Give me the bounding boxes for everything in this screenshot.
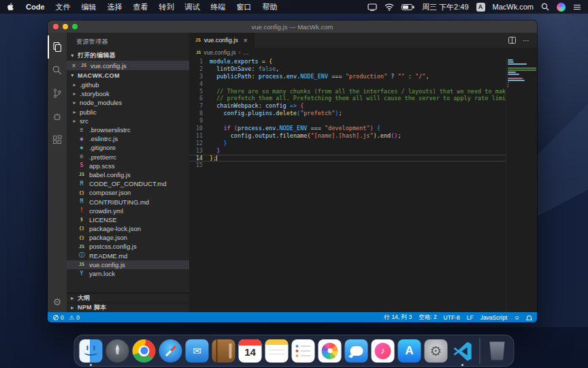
problems-errors[interactable]: 0 xyxy=(53,314,64,321)
zoom-window-button[interactable] xyxy=(72,24,78,29)
open-editor-item[interactable]: × JS vue.config.js xyxy=(67,61,189,70)
minimap[interactable] xyxy=(506,57,537,312)
tab-vue-config[interactable]: JS vue.config.js × xyxy=(189,33,255,48)
open-editors-header[interactable]: ▾ 打开的编辑器 xyxy=(67,50,189,61)
tree-file-crowdin.yml[interactable]: !crowdin.yml xyxy=(67,206,189,215)
code-line-8[interactable]: 8 config.plugins.delete("prefetch"); xyxy=(189,110,506,117)
display-icon[interactable] xyxy=(368,3,377,11)
tree-file-app.scss[interactable]: Sapp.scss xyxy=(67,162,189,170)
tree-file-.gitignore[interactable]: ◆.gitignore xyxy=(67,143,189,152)
problems-warnings[interactable]: ⚠ 0 xyxy=(69,314,80,321)
dock-app-mail[interactable]: ✉ xyxy=(186,339,209,363)
dock-app-appstore[interactable]: A xyxy=(398,339,421,363)
wifi-icon[interactable] xyxy=(385,3,394,11)
menu-item[interactable]: 调试 xyxy=(185,2,200,12)
tree-file-babel.config.js[interactable]: JSbabel.config.js xyxy=(67,170,189,179)
eol-sequence[interactable]: LF xyxy=(467,314,474,321)
dock-app-system-preferences[interactable]: ⚙ xyxy=(425,339,448,363)
npm-scripts-section-header[interactable]: ▸ NPM 脚本 xyxy=(67,303,189,312)
dock-app-messages[interactable] xyxy=(345,339,368,363)
code-line-15[interactable]: 15 xyxy=(189,162,506,169)
code-line-13[interactable]: 13 } xyxy=(189,147,506,155)
menu-item[interactable]: 窗口 xyxy=(237,2,252,12)
outline-section-header[interactable]: ▸ 大纲 xyxy=(67,293,189,303)
source-control-icon[interactable] xyxy=(48,82,67,105)
code-line-5[interactable]: 5 // There are so many chunks (from all … xyxy=(189,88,506,95)
manage-gear-icon[interactable]: ⚙ xyxy=(53,297,62,307)
menu-item[interactable]: 文件 xyxy=(56,2,71,12)
siri-icon[interactable] xyxy=(557,3,566,12)
tree-file-.eslintrc.js[interactable]: ◉.eslintrc.js xyxy=(67,134,189,143)
dock-app-photos[interactable] xyxy=(318,339,342,363)
explorer-icon[interactable] xyxy=(48,35,67,59)
language-mode[interactable]: JavaScript xyxy=(480,314,508,321)
code-line-7[interactable]: 7 chainWebpack: config => { xyxy=(189,102,506,110)
indentation[interactable]: 空格: 2 xyxy=(419,313,436,322)
apple-menu-icon[interactable] xyxy=(7,2,15,12)
code-line-6[interactable]: 6 // prefetch them all. Prefetching them… xyxy=(189,95,506,102)
dock-app-reminders[interactable] xyxy=(292,339,315,363)
extensions-icon[interactable] xyxy=(48,128,67,151)
battery-icon[interactable] xyxy=(402,4,414,10)
menu-item[interactable]: 查看 xyxy=(133,2,148,12)
code-line-2[interactable]: 2 lintOnSave: false, xyxy=(189,65,506,73)
more-actions-icon[interactable]: ⋯ xyxy=(523,37,530,44)
tree-folder-public[interactable]: ▸public xyxy=(67,108,189,117)
tree-file-.prettierrc[interactable]: ≡.prettierrc xyxy=(67,153,189,162)
dock-app-calendar[interactable]: 14 xyxy=(239,339,262,363)
code-line-4[interactable]: 4 xyxy=(189,80,506,88)
menu-app-name[interactable]: Code xyxy=(26,3,45,11)
breadcrumb[interactable]: JS vue.config.js › … xyxy=(189,48,537,57)
tree-folder-node_modules[interactable]: ▸node_modules xyxy=(67,98,189,107)
split-editor-icon[interactable] xyxy=(508,34,516,46)
dock-app-safari[interactable] xyxy=(159,339,182,363)
code-line-9[interactable]: 9 xyxy=(189,117,506,125)
code-line-1[interactable]: 1module.exports = { xyxy=(189,58,506,65)
menu-clock[interactable]: 周三 下午2:49 xyxy=(422,2,468,12)
search-icon[interactable] xyxy=(48,59,67,82)
cursor-position[interactable]: 行 14, 列 3 xyxy=(385,313,412,322)
tab-close-icon[interactable]: × xyxy=(244,37,248,44)
menu-item[interactable]: 选择 xyxy=(108,2,122,12)
input-method-badge[interactable]: A xyxy=(476,3,485,12)
code-editor[interactable]: 1module.exports = {2 lintOnSave: false,3… xyxy=(189,57,537,312)
dock-app-notes[interactable] xyxy=(265,339,289,363)
tree-file-CODE_OF_CONDUCT.md[interactable]: MCODE_OF_CONDUCT.md xyxy=(67,179,189,188)
breadcrumb-file[interactable]: vue.config.js xyxy=(203,49,235,56)
tree-folder-.github[interactable]: ▸.github xyxy=(67,80,189,89)
tree-file-LICENSE[interactable]: §LICENSE xyxy=(67,215,189,224)
code-line-14[interactable]: 14}; xyxy=(189,155,506,162)
tree-file-composer.json[interactable]: {}composer.json xyxy=(67,188,189,197)
close-icon[interactable]: × xyxy=(71,62,77,70)
notifications-bell-icon[interactable] xyxy=(527,316,532,320)
project-section-header[interactable]: ▾ MACWK.COM xyxy=(67,70,189,80)
debug-icon[interactable] xyxy=(48,105,67,128)
dock-app-contacts[interactable] xyxy=(212,339,235,363)
menu-item[interactable]: 编辑 xyxy=(82,2,97,12)
dock-app-chrome[interactable] xyxy=(133,339,156,363)
encoding[interactable]: UTF-8 xyxy=(444,314,460,321)
menu-item[interactable]: 帮助 xyxy=(263,2,278,12)
window-title-bar[interactable]: vue.config.js — MacWk.com xyxy=(48,20,537,33)
minimize-window-button[interactable] xyxy=(63,24,68,29)
tree-file-package.json[interactable]: {}package.json xyxy=(67,233,189,242)
tree-file-package-lock.json[interactable]: {}package-lock.json xyxy=(67,224,189,233)
tree-file-postcss.config.js[interactable]: JSpostcss.config.js xyxy=(67,242,189,251)
code-line-10[interactable]: 10 if (process.env.NODE_ENV === "develop… xyxy=(189,125,506,132)
tree-file-CONTRIBUTING.md[interactable]: MCONTRIBUTING.md xyxy=(67,197,189,206)
spotlight-search-icon[interactable] xyxy=(541,3,549,11)
code-line-3[interactable]: 3 publicPath: process.env.NODE_ENV === "… xyxy=(189,73,506,80)
breadcrumb-symbol[interactable]: … xyxy=(243,49,249,56)
tree-file-.browserslistrc[interactable]: ≡.browserslistrc xyxy=(67,125,189,134)
dock-app-music[interactable]: ♪ xyxy=(372,339,395,363)
tree-file-vue.config.js[interactable]: JSvue.config.js xyxy=(67,260,189,269)
dock-app-trash[interactable] xyxy=(486,339,509,363)
menu-item[interactable]: 终端 xyxy=(211,2,226,12)
dock-app-vscode[interactable] xyxy=(451,339,474,363)
code-line-12[interactable]: 12 } xyxy=(189,140,506,147)
code-line-11[interactable]: 11 config.output.filename("[name].[hash]… xyxy=(189,132,506,140)
menu-account[interactable]: MacWk.com xyxy=(493,3,534,11)
feedback-smiley-icon[interactable]: ☺ xyxy=(514,314,520,321)
dock-app-launchpad[interactable] xyxy=(106,339,129,363)
tree-folder-.storybook[interactable]: ▸.storybook xyxy=(67,89,189,98)
